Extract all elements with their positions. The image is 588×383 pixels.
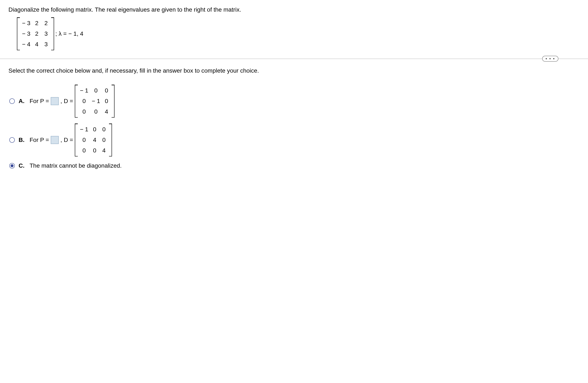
choice-b-row: B. For P = , D = − 1 0 0 0 4 0 0 0 [9, 123, 580, 157]
more-button[interactable]: • • • [542, 56, 558, 62]
choice-a-label: A. [19, 98, 26, 104]
answer-box-b[interactable] [51, 136, 59, 144]
d-equals-text: , D = [61, 137, 73, 143]
matrix-cell: 0 [91, 87, 101, 94]
matrix-cell: 3 [43, 41, 49, 48]
matrix-cell: 2 [43, 20, 49, 27]
choice-b-matrix: − 1 0 0 0 4 0 0 0 4 [75, 123, 112, 157]
radio-b[interactable] [9, 137, 15, 143]
matrix-cell: − 1 [91, 98, 101, 104]
answer-box-a[interactable] [51, 97, 59, 105]
divider-line [0, 59, 588, 59]
matrix-cell: 4 [91, 137, 98, 143]
matrix-cell: 0 [91, 108, 101, 115]
choice-a-content: For P = , D = − 1 0 0 0 − 1 0 0 0 4 [30, 85, 115, 118]
problem-matrix-section: − 3 2 2 − 3 2 3 − 4 4 3 ; λ = − 1, 4 [17, 17, 580, 50]
matrix-cell: 0 [80, 137, 89, 143]
choice-c-label: C. [19, 162, 26, 169]
radio-c[interactable] [9, 163, 15, 168]
matrix-cell: 0 [101, 137, 107, 143]
eigenvalue-text: ; λ = − 1, 4 [55, 30, 83, 37]
matrix-cell: − 3 [21, 20, 31, 27]
radio-a[interactable] [9, 98, 15, 104]
matrix-cell: 2 [33, 20, 40, 27]
matrix-cell: 4 [33, 41, 40, 48]
matrix-cell: − 1 [80, 87, 89, 94]
matrix-cell: 0 [91, 126, 98, 133]
question-prompt: Diagonalize the following matrix. The re… [8, 6, 580, 13]
choice-c-row: C. The matrix cannot be diagonalized. [9, 162, 580, 169]
matrix-cell: 0 [103, 98, 110, 104]
matrix-cell: − 4 [21, 41, 31, 48]
problem-matrix: − 3 2 2 − 3 2 3 − 4 4 3 [17, 17, 54, 50]
choice-c-content: The matrix cannot be diagonalized. [30, 162, 122, 169]
instruction-text: Select the correct choice below and, if … [8, 67, 580, 74]
divider-section: • • • [8, 59, 580, 59]
matrix-cell: 2 [33, 30, 40, 37]
for-p-text: For P = [30, 137, 49, 143]
matrix-cell: 0 [80, 147, 89, 154]
choice-b-content: For P = , D = − 1 0 0 0 4 0 0 0 4 [30, 123, 112, 157]
d-equals-text: , D = [61, 98, 73, 104]
choice-a-matrix: − 1 0 0 0 − 1 0 0 0 4 [75, 85, 115, 118]
matrix-cell: 4 [103, 108, 110, 115]
matrix-cell: 0 [91, 147, 98, 154]
matrix-cell: 0 [80, 108, 89, 115]
for-p-text: For P = [30, 98, 49, 104]
choice-b-label: B. [19, 137, 26, 143]
matrix-cell: 0 [101, 126, 107, 133]
choice-a-row: A. For P = , D = − 1 0 0 0 − 1 0 0 0 [9, 85, 580, 118]
matrix-cell: − 3 [21, 30, 31, 37]
matrix-cell: 0 [103, 87, 110, 94]
choice-c-text: The matrix cannot be diagonalized. [30, 162, 122, 169]
matrix-cell: − 1 [80, 126, 89, 133]
matrix-cell: 4 [101, 147, 107, 154]
matrix-cell: 0 [80, 98, 89, 104]
matrix-cell: 3 [43, 30, 49, 37]
